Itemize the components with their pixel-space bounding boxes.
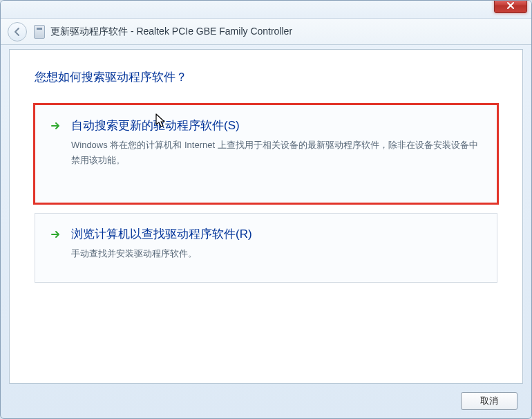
option-body: 自动搜索更新的驱动程序软件(S) Windows 将在您的计算机和 Intern… xyxy=(71,118,482,168)
back-button[interactable] xyxy=(8,22,27,41)
close-icon xyxy=(506,1,515,10)
close-button[interactable] xyxy=(494,0,527,13)
footer: 取消 xyxy=(461,392,517,410)
option-browse-computer[interactable]: 浏览计算机以查找驱动程序软件(R) 手动查找并安装驱动程序软件。 xyxy=(35,213,497,283)
arrow-right-icon xyxy=(50,229,61,240)
option-title: 自动搜索更新的驱动程序软件(S) xyxy=(71,118,482,133)
cancel-button[interactable]: 取消 xyxy=(461,392,517,410)
option-auto-search[interactable]: 自动搜索更新的驱动程序软件(S) Windows 将在您的计算机和 Intern… xyxy=(35,104,497,203)
window-title: 更新驱动程序软件 - Realtek PCIe GBE Family Contr… xyxy=(50,26,292,38)
titlebar xyxy=(1,1,531,19)
page-heading: 您想如何搜索驱动程序软件？ xyxy=(35,69,497,85)
arrow-right-icon xyxy=(50,120,61,131)
nav-row: 更新驱动程序软件 - Realtek PCIe GBE Family Contr… xyxy=(1,19,531,45)
option-title: 浏览计算机以查找驱动程序软件(R) xyxy=(71,226,482,242)
option-desc: Windows 将在您的计算机和 Internet 上查找用于相关设备的最新驱动… xyxy=(71,138,482,168)
option-body: 浏览计算机以查找驱动程序软件(R) 手动查找并安装驱动程序软件。 xyxy=(71,226,482,261)
content-panel: 您想如何搜索驱动程序软件？ 自动搜索更新的驱动程序软件(S) Windows 将… xyxy=(9,49,523,384)
back-arrow-icon xyxy=(12,27,22,37)
device-icon xyxy=(34,25,45,39)
dialog-window: 更新驱动程序软件 - Realtek PCIe GBE Family Contr… xyxy=(0,0,532,419)
option-desc: 手动查找并安装驱动程序软件。 xyxy=(71,246,482,261)
